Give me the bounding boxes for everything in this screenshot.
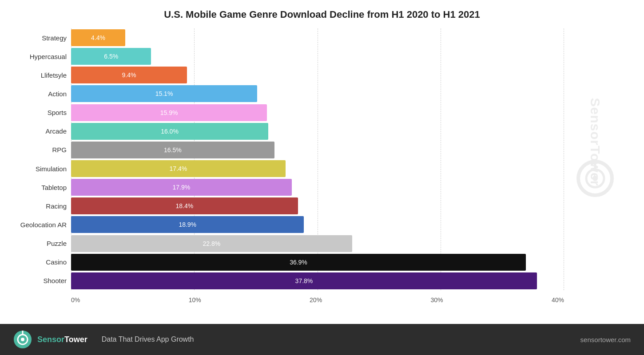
- bar-fill: 4.4%: [71, 29, 125, 46]
- bar-track: 22.8%: [71, 235, 564, 252]
- bar-label: RPG: [2, 146, 67, 154]
- bar-track: 18.9%: [71, 216, 564, 233]
- bars-wrapper: Strategy4.4%Hypercasual6.5%Llifetsyle9.4…: [71, 28, 564, 304]
- footer-logo-icon: [13, 330, 32, 349]
- bar-fill: 9.4%: [71, 67, 187, 83]
- bar-row: Racing18.4%: [71, 197, 564, 215]
- bar-track: 9.4%: [71, 67, 564, 83]
- bar-label: Arcade: [2, 127, 67, 135]
- chart-title: U.S. Mobile Game Genre Download Decline …: [27, 9, 617, 20]
- bar-fill: 18.9%: [71, 216, 304, 233]
- bar-value: 6.5%: [99, 53, 123, 60]
- bar-value: 22.8%: [198, 240, 225, 247]
- bar-value: 18.9%: [174, 221, 201, 228]
- bar-fill: 37.8%: [71, 272, 537, 289]
- x-axis-label: 40%: [552, 296, 564, 304]
- bar-track: 16.5%: [71, 142, 564, 158]
- bar-value: 18.4%: [171, 202, 198, 209]
- x-axis-label: 0%: [71, 296, 80, 304]
- x-axis-label: 10%: [189, 296, 201, 304]
- bar-label: Llifetsyle: [2, 71, 67, 79]
- bar-value: 16.5%: [159, 146, 186, 154]
- bar-row: Simulation17.4%: [71, 160, 564, 178]
- bar-value: 16.0%: [156, 128, 183, 135]
- footer-left: SensorTower Data That Drives App Growth: [13, 330, 194, 349]
- bar-label: Racing: [2, 202, 67, 210]
- bar-label: Simulation: [2, 165, 67, 173]
- bar-track: 37.8%: [71, 272, 564, 289]
- x-axis: 0%10%20%30%40%: [71, 296, 564, 304]
- bar-track: 15.1%: [71, 85, 564, 102]
- x-axis-label: 30%: [431, 296, 443, 304]
- bar-track: 18.4%: [71, 197, 564, 214]
- bar-row: Arcade16.0%: [71, 122, 564, 140]
- bar-label: Sports: [2, 109, 67, 116]
- x-axis-label: 20%: [310, 296, 322, 304]
- bar-track: 17.9%: [71, 179, 564, 196]
- bar-label: Tabletop: [2, 184, 67, 191]
- bar-fill: 6.5%: [71, 48, 151, 65]
- bar-row: RPG16.5%: [71, 141, 564, 159]
- bar-fill: 18.4%: [71, 197, 298, 214]
- bar-fill: 15.1%: [71, 85, 257, 102]
- chart-container: U.S. Mobile Game Genre Download Decline …: [0, 0, 644, 324]
- chart-area: Strategy4.4%Hypercasual6.5%Llifetsyle9.4…: [71, 28, 617, 304]
- bar-label: Strategy: [2, 34, 67, 42]
- bar-fill: 22.8%: [71, 235, 352, 252]
- bar-rows: Strategy4.4%Hypercasual6.5%Llifetsyle9.4…: [71, 28, 564, 290]
- bar-row: Hypercasual6.5%: [71, 47, 564, 65]
- bar-label: Action: [2, 90, 67, 98]
- bar-value: 4.4%: [87, 34, 110, 41]
- bar-value: 15.9%: [156, 109, 183, 116]
- bar-track: 36.9%: [71, 254, 564, 271]
- bar-track: 15.9%: [71, 104, 564, 121]
- bar-track: 4.4%: [71, 29, 564, 46]
- bar-label: Casino: [2, 258, 67, 266]
- bar-row: Shooter37.8%: [71, 272, 564, 290]
- bar-fill: 17.9%: [71, 179, 292, 196]
- bar-value: 17.9%: [168, 184, 195, 191]
- bar-fill: 15.9%: [71, 104, 267, 121]
- footer-brand: SensorTower: [37, 335, 87, 344]
- bar-track: 17.4%: [71, 160, 564, 177]
- bar-value: 15.1%: [151, 90, 178, 97]
- bar-row: Geolocation AR18.9%: [71, 216, 564, 233]
- bar-row: Tabletop17.9%: [71, 178, 564, 196]
- bar-value: 9.4%: [117, 71, 140, 79]
- bar-row: Action15.1%: [71, 85, 564, 103]
- bar-fill: 16.5%: [71, 142, 274, 158]
- footer: SensorTower Data That Drives App Growth …: [0, 324, 644, 355]
- bar-label: Puzzle: [2, 240, 67, 247]
- bar-row: Puzzle22.8%: [71, 235, 564, 252]
- bar-row: Sports15.9%: [71, 104, 564, 122]
- bar-value: 36.9%: [285, 259, 312, 266]
- bar-track: 16.0%: [71, 123, 564, 140]
- bar-row: Llifetsyle9.4%: [71, 66, 564, 84]
- bar-label: Hypercasual: [2, 53, 67, 60]
- bar-label: Geolocation AR: [2, 221, 67, 229]
- bar-value: 17.4%: [165, 165, 192, 172]
- bar-value: 37.8%: [291, 277, 318, 284]
- bar-fill: 36.9%: [71, 254, 526, 271]
- bar-track: 6.5%: [71, 48, 564, 65]
- footer-url: sensortower.com: [580, 336, 631, 343]
- svg-point-6: [21, 338, 24, 341]
- bar-row: Strategy4.4%: [71, 29, 564, 47]
- footer-tagline: Data That Drives App Growth: [102, 335, 194, 343]
- bar-row: Casino36.9%: [71, 253, 564, 271]
- bar-fill: 17.4%: [71, 160, 286, 177]
- bar-fill: 16.0%: [71, 123, 268, 140]
- bar-label: Shooter: [2, 277, 67, 284]
